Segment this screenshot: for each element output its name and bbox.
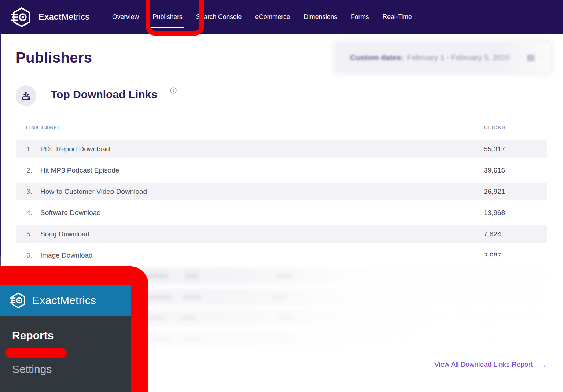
- sidebar-callout-red-annotation: ExactMetrics Reports Settings: [0, 266, 148, 392]
- row-clicks: 39,615: [484, 166, 505, 174]
- row-rank: 5.: [26, 230, 40, 238]
- table-row: 2.Hit MP3 Podcast Episode39,615: [16, 162, 547, 179]
- brand-name: ExactMetrics: [38, 12, 89, 22]
- wp-sidebar-brand-label: ExactMetrics: [32, 294, 96, 307]
- brand[interactable]: ExactMetrics: [11, 7, 89, 28]
- footer-link-row: View All Download Links Report →: [434, 360, 547, 369]
- table-row: 1.PDF Report Download55,317: [16, 140, 547, 158]
- arrow-right-icon: →: [540, 360, 547, 369]
- column-header-link-label: LINK LABEL: [26, 125, 61, 130]
- nav-item-ecommerce[interactable]: eCommerce: [255, 13, 290, 21]
- section-title: Top Download Links: [51, 88, 157, 101]
- row-clicks: 55,317: [484, 145, 505, 153]
- row-label: PDF Report Download: [40, 145, 110, 153]
- nav-item-real-time[interactable]: Real-Time: [383, 13, 412, 21]
- nav-item-forms[interactable]: Forms: [351, 13, 369, 21]
- row-label: Hit MP3 Podcast Episode: [40, 166, 119, 174]
- info-icon[interactable]: [170, 87, 177, 96]
- sidebar-item-reports[interactable]: Reports: [12, 329, 54, 342]
- row-clicks: 7,824: [484, 230, 501, 238]
- app-canvas: ExactMetrics OverviewPublishersSearch Co…: [0, 0, 563, 392]
- reports-red-underline-annotation: [5, 348, 67, 358]
- download-icon: [21, 91, 31, 101]
- row-rank: 1.: [26, 145, 40, 153]
- download-icon-circle: [16, 85, 36, 106]
- row-rank: 2.: [26, 166, 40, 174]
- content-left-border: [0, 34, 1, 269]
- nav-item-overview[interactable]: Overview: [112, 13, 139, 21]
- table-row: 4.Software Download13,968: [16, 204, 547, 221]
- datebox-fade: [498, 43, 550, 72]
- row-clicks: 26,921: [484, 188, 505, 196]
- row-label: Song Download: [40, 230, 89, 238]
- wp-sidebar-menu: Reports Settings: [0, 316, 131, 392]
- page-title: Publishers: [16, 49, 92, 66]
- row-rank: 3.: [26, 188, 40, 196]
- nav-item-search-console[interactable]: Search Console: [196, 13, 242, 21]
- column-header-clicks: CLICKS: [484, 125, 506, 130]
- main-nav: OverviewPublishersSearch ConsoleeCommerc…: [112, 13, 412, 21]
- nav-item-publishers[interactable]: Publishers: [152, 13, 183, 21]
- table-row: 5.Song Download7,824: [16, 225, 547, 243]
- row-label: How-to Customer Video Download: [40, 188, 147, 196]
- view-all-download-links-link[interactable]: View All Download Links Report: [434, 360, 533, 369]
- row-label: Software Download: [40, 209, 101, 217]
- exactmetrics-logo-icon: [11, 7, 32, 28]
- table-row: 3.How-to Customer Video Download26,921: [16, 183, 547, 200]
- row-clicks: 13,968: [484, 209, 505, 217]
- row-rank: 4.: [26, 209, 40, 217]
- download-links-table: 1.PDF Report Download55,3172.Hit MP3 Pod…: [16, 140, 547, 268]
- sidebar-item-settings[interactable]: Settings: [12, 363, 52, 376]
- wp-sidebar-brand-bar[interactable]: ExactMetrics: [0, 285, 131, 316]
- date-range-picker[interactable]: Custom dates: February 1 - February 5, 2…: [336, 43, 550, 72]
- top-navigation: ExactMetrics OverviewPublishersSearch Co…: [0, 0, 563, 34]
- exactmetrics-logo-icon: [10, 292, 27, 309]
- nav-item-dimensions[interactable]: Dimensions: [304, 13, 337, 21]
